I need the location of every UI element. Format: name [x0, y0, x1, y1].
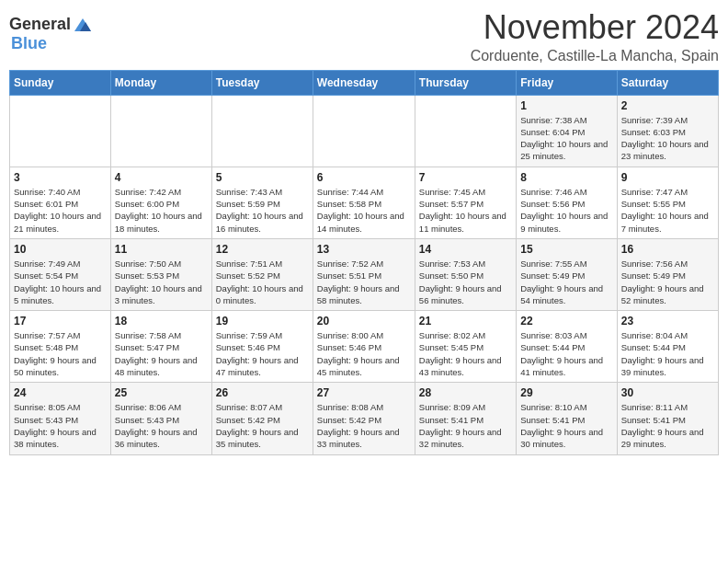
calendar-cell: 4Sunrise: 7:42 AM Sunset: 6:00 PM Daylig… [110, 167, 211, 238]
day-info: Sunrise: 8:02 AM Sunset: 5:45 PM Dayligh… [419, 329, 512, 378]
day-info: Sunrise: 8:09 AM Sunset: 5:41 PM Dayligh… [419, 401, 512, 450]
calendar-cell: 27Sunrise: 8:08 AM Sunset: 5:42 PM Dayli… [313, 383, 415, 454]
week-row-1: 1Sunrise: 7:38 AM Sunset: 6:04 PM Daylig… [10, 95, 719, 167]
calendar-cell: 3Sunrise: 7:40 AM Sunset: 6:01 PM Daylig… [10, 167, 111, 238]
day-number: 1 [520, 99, 612, 112]
day-info: Sunrise: 7:53 AM Sunset: 5:50 PM Dayligh… [419, 258, 512, 306]
day-number: 20 [317, 315, 411, 327]
day-number: 14 [419, 243, 512, 256]
calendar-cell: 23Sunrise: 8:04 AM Sunset: 5:44 PM Dayli… [617, 311, 718, 383]
month-title: November 2024 [471, 9, 719, 46]
day-number: 24 [14, 386, 107, 399]
day-number: 17 [14, 315, 107, 327]
day-number: 22 [520, 315, 612, 327]
day-number: 11 [115, 243, 208, 256]
day-header-sunday: Sunday [10, 70, 111, 95]
calendar-cell: 5Sunrise: 7:43 AM Sunset: 5:59 PM Daylig… [211, 167, 313, 238]
day-info: Sunrise: 7:38 AM Sunset: 6:04 PM Dayligh… [520, 114, 612, 163]
calendar-cell: 21Sunrise: 8:02 AM Sunset: 5:45 PM Dayli… [415, 311, 516, 383]
calendar-cell: 29Sunrise: 8:10 AM Sunset: 5:41 PM Dayli… [517, 383, 617, 454]
calendar-cell: 6Sunrise: 7:44 AM Sunset: 5:58 PM Daylig… [313, 167, 415, 238]
day-number: 18 [115, 315, 208, 327]
day-number: 30 [621, 386, 714, 399]
day-number: 8 [520, 171, 612, 184]
day-number: 4 [115, 171, 208, 184]
day-info: Sunrise: 7:51 AM Sunset: 5:52 PM Dayligh… [216, 258, 309, 306]
calendar-cell: 16Sunrise: 7:56 AM Sunset: 5:49 PM Dayli… [617, 238, 718, 310]
title-area: November 2024 Corduente, Castille-La Man… [471, 9, 719, 64]
day-info: Sunrise: 8:00 AM Sunset: 5:46 PM Dayligh… [317, 329, 411, 378]
calendar-cell: 20Sunrise: 8:00 AM Sunset: 5:46 PM Dayli… [313, 311, 415, 383]
day-info: Sunrise: 7:50 AM Sunset: 5:53 PM Dayligh… [115, 258, 208, 306]
calendar-cell: 1Sunrise: 7:38 AM Sunset: 6:04 PM Daylig… [517, 95, 617, 167]
week-row-3: 10Sunrise: 7:49 AM Sunset: 5:54 PM Dayli… [10, 238, 719, 310]
calendar-cell: 26Sunrise: 8:07 AM Sunset: 5:42 PM Dayli… [211, 383, 313, 454]
day-info: Sunrise: 8:06 AM Sunset: 5:43 PM Dayligh… [115, 401, 208, 450]
day-info: Sunrise: 7:52 AM Sunset: 5:51 PM Dayligh… [317, 258, 411, 306]
header: General Blue November 2024 Corduente, Ca… [9, 9, 719, 64]
day-number: 5 [216, 171, 309, 184]
day-header-wednesday: Wednesday [313, 70, 415, 95]
day-header-tuesday: Tuesday [211, 70, 313, 95]
calendar-cell: 7Sunrise: 7:45 AM Sunset: 5:57 PM Daylig… [415, 167, 516, 238]
day-header-saturday: Saturday [617, 70, 718, 95]
day-number: 12 [216, 243, 309, 256]
day-number: 3 [14, 171, 107, 184]
day-header-monday: Monday [110, 70, 211, 95]
day-number: 16 [621, 243, 714, 256]
week-row-2: 3Sunrise: 7:40 AM Sunset: 6:01 PM Daylig… [10, 167, 719, 238]
day-info: Sunrise: 7:49 AM Sunset: 5:54 PM Dayligh… [14, 258, 107, 306]
day-number: 6 [317, 171, 411, 184]
day-number: 2 [621, 99, 714, 112]
day-number: 26 [216, 386, 309, 399]
day-info: Sunrise: 7:42 AM Sunset: 6:00 PM Dayligh… [115, 186, 208, 235]
week-row-4: 17Sunrise: 7:57 AM Sunset: 5:48 PM Dayli… [10, 311, 719, 383]
calendar-cell: 9Sunrise: 7:47 AM Sunset: 5:55 PM Daylig… [617, 167, 718, 238]
day-info: Sunrise: 8:11 AM Sunset: 5:41 PM Dayligh… [621, 401, 714, 450]
calendar-cell: 12Sunrise: 7:51 AM Sunset: 5:52 PM Dayli… [211, 238, 313, 310]
day-number: 25 [115, 386, 208, 399]
logo-icon [73, 17, 93, 33]
calendar-cell: 11Sunrise: 7:50 AM Sunset: 5:53 PM Dayli… [110, 238, 211, 310]
calendar-cell: 14Sunrise: 7:53 AM Sunset: 5:50 PM Dayli… [415, 238, 516, 310]
day-info: Sunrise: 7:47 AM Sunset: 5:55 PM Dayligh… [621, 186, 714, 235]
day-info: Sunrise: 7:56 AM Sunset: 5:49 PM Dayligh… [621, 258, 714, 306]
day-number: 23 [621, 315, 714, 327]
day-number: 15 [520, 243, 612, 256]
location-title: Corduente, Castille-La Mancha, Spain [471, 48, 719, 64]
day-info: Sunrise: 7:57 AM Sunset: 5:48 PM Dayligh… [14, 329, 107, 378]
day-header-friday: Friday [517, 70, 617, 95]
calendar-table: SundayMondayTuesdayWednesdayThursdayFrid… [9, 70, 719, 455]
logo-general: General [9, 15, 71, 34]
day-number: 27 [317, 386, 411, 399]
day-info: Sunrise: 7:59 AM Sunset: 5:46 PM Dayligh… [216, 329, 309, 378]
calendar-cell: 24Sunrise: 8:05 AM Sunset: 5:43 PM Dayli… [10, 383, 111, 454]
day-info: Sunrise: 8:10 AM Sunset: 5:41 PM Dayligh… [520, 401, 612, 450]
day-info: Sunrise: 8:03 AM Sunset: 5:44 PM Dayligh… [520, 329, 612, 378]
day-header-thursday: Thursday [415, 70, 516, 95]
calendar-cell: 13Sunrise: 7:52 AM Sunset: 5:51 PM Dayli… [313, 238, 415, 310]
calendar-cell: 8Sunrise: 7:46 AM Sunset: 5:56 PM Daylig… [517, 167, 617, 238]
day-info: Sunrise: 7:45 AM Sunset: 5:57 PM Dayligh… [419, 186, 512, 235]
day-info: Sunrise: 7:40 AM Sunset: 6:01 PM Dayligh… [14, 186, 107, 235]
day-info: Sunrise: 7:44 AM Sunset: 5:58 PM Dayligh… [317, 186, 411, 235]
day-info: Sunrise: 8:07 AM Sunset: 5:42 PM Dayligh… [216, 401, 309, 450]
calendar-cell: 25Sunrise: 8:06 AM Sunset: 5:43 PM Dayli… [110, 383, 211, 454]
day-info: Sunrise: 8:05 AM Sunset: 5:43 PM Dayligh… [14, 401, 107, 450]
calendar-cell: 22Sunrise: 8:03 AM Sunset: 5:44 PM Dayli… [517, 311, 617, 383]
day-number: 21 [419, 315, 512, 327]
calendar-cell: 2Sunrise: 7:39 AM Sunset: 6:03 PM Daylig… [617, 95, 718, 167]
calendar-cell [415, 95, 516, 167]
day-number: 13 [317, 243, 411, 256]
day-number: 28 [419, 386, 512, 399]
day-number: 10 [14, 243, 107, 256]
week-row-5: 24Sunrise: 8:05 AM Sunset: 5:43 PM Dayli… [10, 383, 719, 454]
calendar-cell: 10Sunrise: 7:49 AM Sunset: 5:54 PM Dayli… [10, 238, 111, 310]
calendar-cell [110, 95, 211, 167]
day-info: Sunrise: 7:43 AM Sunset: 5:59 PM Dayligh… [216, 186, 309, 235]
calendar-cell: 28Sunrise: 8:09 AM Sunset: 5:41 PM Dayli… [415, 383, 516, 454]
day-info: Sunrise: 8:04 AM Sunset: 5:44 PM Dayligh… [621, 329, 714, 378]
day-number: 9 [621, 171, 714, 184]
calendar-cell: 30Sunrise: 8:11 AM Sunset: 5:41 PM Dayli… [617, 383, 718, 454]
day-number: 7 [419, 171, 512, 184]
